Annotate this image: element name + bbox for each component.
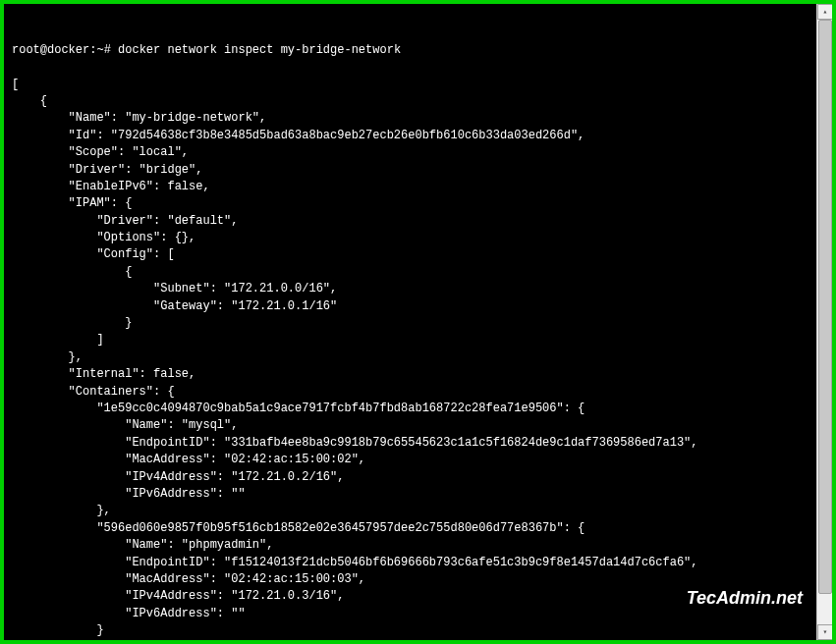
scroll-track[interactable] bbox=[817, 20, 832, 624]
output-line: "IPv6Address": "" bbox=[12, 486, 808, 503]
json-output: [ { "Name": "my-bridge-network", "Id": "… bbox=[12, 77, 808, 640]
output-line: "Gateway": "172.21.0.1/16" bbox=[12, 298, 808, 315]
prompt-symbol: # bbox=[104, 42, 111, 59]
scroll-down-arrow-icon[interactable]: ▾ bbox=[817, 624, 832, 640]
output-line: }, bbox=[12, 639, 808, 640]
output-line: { bbox=[12, 264, 808, 281]
output-line: "Internal": false, bbox=[12, 366, 808, 383]
output-line: "Subnet": "172.21.0.0/16", bbox=[12, 281, 808, 297]
output-line: "EnableIPv6": false, bbox=[12, 179, 808, 195]
output-line: "Config": [ bbox=[12, 246, 808, 263]
scrollbar[interactable]: ▴ ▾ bbox=[816, 4, 832, 640]
output-line: "IPAM": { bbox=[12, 195, 808, 212]
prompt-separator: : bbox=[89, 42, 96, 59]
output-line: }, bbox=[12, 349, 808, 366]
output-line: "Name": "mysql", bbox=[12, 417, 808, 434]
output-line: "MacAddress": "02:42:ac:15:00:02", bbox=[12, 452, 808, 468]
output-line: "596ed060e9857f0b95f516cb18582e02e364579… bbox=[12, 520, 808, 537]
output-line: "Id": "792d54638cf3b8e3485d5bad63a8bac9e… bbox=[12, 128, 808, 144]
output-line: [ bbox=[12, 77, 808, 93]
prompt-path: ~ bbox=[96, 42, 103, 59]
output-line: "Options": {}, bbox=[12, 230, 808, 246]
command-text: docker network inspect my-bridge-network bbox=[118, 42, 401, 59]
output-line: "Scope": "local", bbox=[12, 144, 808, 161]
output-line: }, bbox=[12, 503, 808, 519]
prompt-user-host: root@docker bbox=[12, 42, 89, 59]
output-line: "Name": "phpmyadmin", bbox=[12, 537, 808, 554]
output-line: ] bbox=[12, 332, 808, 349]
terminal-window: root@docker:~# docker network inspect my… bbox=[4, 4, 832, 640]
watermark: TecAdmin.net bbox=[687, 585, 803, 611]
output-line: "IPv4Address": "172.21.0.2/16", bbox=[12, 469, 808, 486]
scroll-thumb[interactable] bbox=[818, 20, 832, 594]
scroll-up-arrow-icon[interactable]: ▴ bbox=[817, 4, 832, 20]
output-line: "EndpointID": "f15124013f21dcb5046bf6b69… bbox=[12, 555, 808, 571]
output-line: "EndpointID": "331bafb4ee8ba9c9918b79c65… bbox=[12, 435, 808, 452]
output-line: "Containers": { bbox=[12, 384, 808, 401]
output-line: "Driver": "bridge", bbox=[12, 162, 808, 179]
output-line: "1e59cc0c4094870c9bab5a1c9ace7917fcbf4b7… bbox=[12, 401, 808, 417]
output-line: "Driver": "default", bbox=[12, 213, 808, 230]
output-line: } bbox=[12, 622, 808, 639]
output-line: { bbox=[12, 93, 808, 110]
output-line: "Name": "my-bridge-network", bbox=[12, 110, 808, 127]
output-line: } bbox=[12, 315, 808, 332]
terminal-output[interactable]: root@docker:~# docker network inspect my… bbox=[4, 4, 816, 640]
prompt-line-1: root@docker:~# docker network inspect my… bbox=[12, 42, 808, 59]
